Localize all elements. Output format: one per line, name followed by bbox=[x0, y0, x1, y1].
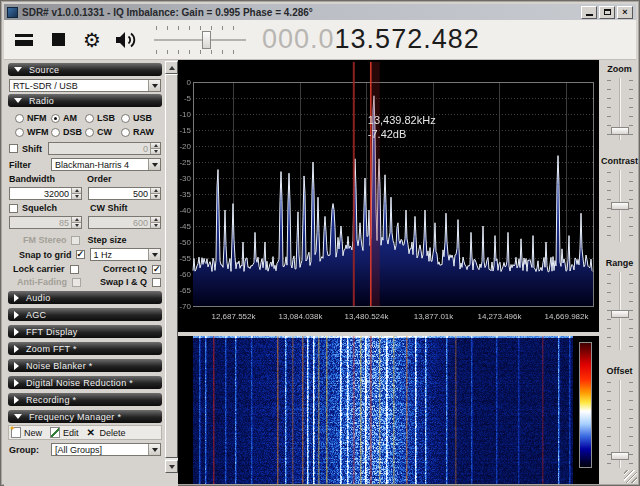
scrollbar-thumb[interactable] bbox=[165, 74, 178, 458]
panel-audio[interactable]: Audio bbox=[8, 291, 162, 304]
panel-zoom-fft[interactable]: Zoom FFT * bbox=[8, 342, 162, 355]
gear-icon: ⚙ bbox=[83, 30, 101, 50]
dropdown-arrow-icon[interactable] bbox=[148, 80, 160, 91]
contrast-slider[interactable] bbox=[607, 170, 633, 242]
radio-button-icon[interactable] bbox=[15, 128, 24, 137]
radio-button-icon[interactable] bbox=[15, 114, 24, 123]
panel-radio[interactable]: Radio bbox=[8, 94, 162, 107]
expand-triangle-icon bbox=[14, 311, 19, 319]
radio-button-icon[interactable] bbox=[121, 114, 130, 123]
waterfall-canvas[interactable] bbox=[178, 336, 599, 484]
radio-button-icon[interactable] bbox=[51, 128, 60, 137]
expand-triangle-icon bbox=[14, 345, 19, 353]
range-slider[interactable] bbox=[607, 272, 633, 350]
dropdown-arrow-icon[interactable] bbox=[148, 444, 160, 455]
stop-button[interactable] bbox=[44, 26, 72, 54]
hamburger-icon bbox=[15, 34, 33, 46]
mode-usb[interactable]: USB bbox=[121, 113, 159, 123]
radio-button-icon[interactable] bbox=[85, 128, 94, 137]
source-device-dropdown[interactable]: RTL-SDR / USB bbox=[9, 79, 161, 92]
group-dropdown[interactable]: [All Groups] bbox=[51, 443, 161, 456]
edit-button[interactable]: Edit bbox=[50, 427, 79, 438]
new-button[interactable]: New bbox=[11, 427, 42, 438]
range-slider-group: Range bbox=[599, 258, 640, 350]
anti-fading-checkbox[interactable] bbox=[72, 278, 81, 287]
volume-slider[interactable] bbox=[154, 25, 246, 55]
cw-shift-input[interactable]: 600 bbox=[88, 216, 161, 229]
mode-wfm[interactable]: WFM bbox=[15, 127, 51, 137]
dropdown-arrow-icon[interactable] bbox=[148, 249, 160, 260]
radio-button-icon[interactable] bbox=[121, 128, 130, 137]
contrast-label: Contrast bbox=[601, 156, 638, 166]
mode-lsb[interactable]: LSB bbox=[85, 113, 121, 123]
mode-raw[interactable]: RAW bbox=[121, 127, 159, 137]
slider-thumb[interactable] bbox=[611, 452, 629, 460]
shift-spinner[interactable] bbox=[150, 143, 160, 154]
bandwidth-input[interactable]: 32000 bbox=[9, 187, 82, 200]
squelch-input[interactable]: 85 bbox=[9, 216, 82, 229]
panel-noise-blanker[interactable]: Noise Blanker * bbox=[8, 359, 162, 372]
scroll-down-button[interactable] bbox=[165, 460, 178, 473]
frequency-display[interactable]: 000.013.572.482 bbox=[262, 24, 480, 55]
zoom-slider[interactable] bbox=[607, 78, 633, 140]
fm-stereo-checkbox[interactable] bbox=[71, 236, 80, 245]
bandwidth-spinner[interactable] bbox=[71, 188, 81, 199]
toolbar: ⚙ 000.013.572.482 bbox=[4, 20, 636, 60]
radio-button-icon[interactable] bbox=[85, 114, 94, 123]
panel-agc[interactable]: AGC bbox=[8, 308, 162, 321]
minimize-button[interactable] bbox=[581, 6, 597, 19]
panel-frequency-manager[interactable]: Frequency Manager * bbox=[8, 410, 162, 423]
audio-button[interactable] bbox=[112, 26, 140, 54]
correct-iq-checkbox[interactable] bbox=[152, 265, 161, 274]
panel-recording[interactable]: Recording * bbox=[8, 393, 162, 406]
order-spinner[interactable] bbox=[150, 188, 160, 199]
window-title: SDR# v1.0.0.1331 - IQ Imbalance: Gain = … bbox=[22, 7, 579, 18]
shift-input[interactable]: 0 bbox=[48, 142, 161, 155]
speaker-icon bbox=[114, 29, 138, 51]
order-input[interactable]: 500 bbox=[88, 187, 161, 200]
resize-grip-icon[interactable] bbox=[624, 470, 637, 483]
panel-source[interactable]: Source bbox=[8, 63, 162, 76]
swap-iq-checkbox[interactable] bbox=[152, 278, 161, 287]
squelch-checkbox[interactable] bbox=[9, 204, 18, 213]
filter-row: Filter Blackman-Harris 4 bbox=[9, 158, 161, 171]
range-label: Range bbox=[606, 258, 634, 268]
menu-button[interactable] bbox=[10, 26, 38, 54]
frequency-leading-zeros[interactable]: 000.0 bbox=[262, 24, 335, 54]
sidebar-scrollbar[interactable] bbox=[165, 61, 178, 473]
offset-slider[interactable] bbox=[607, 380, 633, 468]
frequency-value[interactable]: 13.572.482 bbox=[335, 24, 480, 54]
step-size-dropdown[interactable]: 1 Hz bbox=[90, 248, 162, 261]
maximize-button[interactable] bbox=[599, 6, 615, 19]
filter-dropdown[interactable]: Blackman-Harris 4 bbox=[51, 158, 161, 171]
radio-button-icon[interactable] bbox=[51, 114, 60, 123]
expand-triangle-icon bbox=[14, 379, 19, 387]
spectrum-canvas[interactable] bbox=[178, 60, 599, 332]
delete-button[interactable]: ✕ Delete bbox=[87, 427, 126, 438]
settings-button[interactable]: ⚙ bbox=[78, 26, 106, 54]
display-area bbox=[178, 60, 599, 486]
sidebar: Source RTL-SDR / USB Radio NFMAMLSBUSBWF… bbox=[4, 60, 178, 486]
close-button[interactable]: × bbox=[617, 6, 633, 19]
snap-to-grid-checkbox[interactable] bbox=[76, 250, 85, 259]
mode-dsb[interactable]: DSB bbox=[51, 127, 85, 137]
panel-fft-display[interactable]: FFT Display bbox=[8, 325, 162, 338]
slider-thumb[interactable] bbox=[611, 310, 629, 318]
mode-cw[interactable]: CW bbox=[85, 127, 121, 137]
dropdown-arrow-icon[interactable] bbox=[148, 159, 160, 170]
expand-triangle-icon bbox=[14, 362, 19, 370]
slider-thumb[interactable] bbox=[611, 202, 629, 210]
mode-am[interactable]: AM bbox=[51, 113, 85, 123]
volume-thumb[interactable] bbox=[202, 31, 211, 49]
mode-nfm[interactable]: NFM bbox=[15, 113, 51, 123]
shift-checkbox[interactable] bbox=[9, 144, 18, 153]
scroll-up-button[interactable] bbox=[165, 61, 178, 74]
frequency-manager-toolbar: New Edit ✕ Delete bbox=[8, 425, 162, 440]
expand-triangle-icon bbox=[14, 294, 19, 302]
waterfall-panel bbox=[178, 336, 599, 484]
slider-thumb[interactable] bbox=[611, 127, 629, 135]
lock-carrier-checkbox[interactable] bbox=[70, 265, 79, 274]
bandwidth-order-inputs: 32000 500 bbox=[9, 187, 161, 200]
collapsed-panels: AudioAGCFFT DisplayZoom FFT *Noise Blank… bbox=[7, 291, 163, 406]
panel-digital-noise-reduction[interactable]: Digital Noise Reduction * bbox=[8, 376, 162, 389]
